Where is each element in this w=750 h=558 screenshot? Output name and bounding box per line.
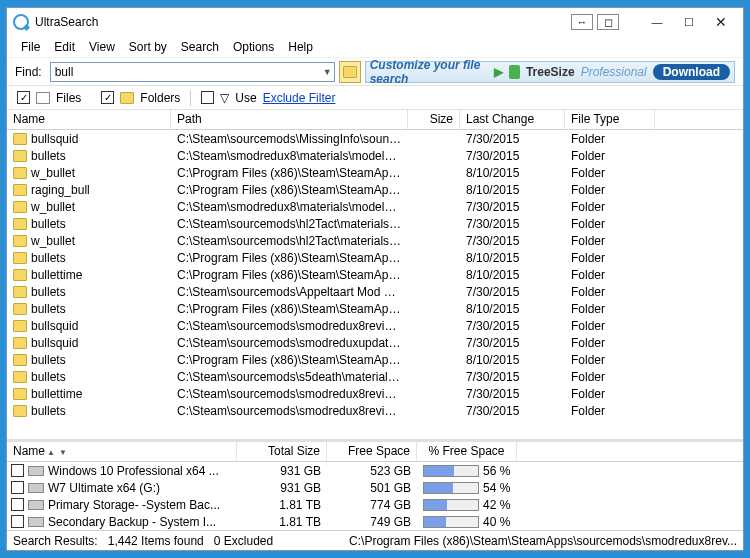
cell-last: 7/30/2015 (460, 217, 565, 231)
drive-checkbox[interactable] (11, 481, 24, 494)
cell-name: bullsquid (31, 336, 78, 350)
table-body[interactable]: bullsquidC:\Steam\sourcemods\MissingInfo… (7, 130, 743, 439)
cell-path: C:\Steam\sourcemods\MissingInfo\sound\np… (171, 132, 408, 146)
cell-name: bullets (31, 302, 66, 316)
table-row[interactable]: w_bulletC:\Steam\smodredux8\materials\mo… (7, 198, 743, 215)
table-row[interactable]: bulletsC:\Program Files (x86)\Steam\Stea… (7, 249, 743, 266)
drive-checkbox[interactable] (11, 464, 24, 477)
table-row[interactable]: bulletsC:\Steam\sourcemods\Appeltaart Mo… (7, 283, 743, 300)
find-dropdown-icon[interactable]: ▼ (323, 67, 332, 77)
drive-free: 774 GB (327, 498, 417, 512)
download-button[interactable]: Download (653, 64, 730, 80)
titlebar-btn-1[interactable]: ↔ (571, 14, 593, 30)
table-row[interactable]: bullettimeC:\Steam\sourcemods\smodredux8… (7, 385, 743, 402)
table-row[interactable]: bullettimeC:\Program Files (x86)\Steam\S… (7, 266, 743, 283)
cell-name: bullets (31, 217, 66, 231)
exclude-filter-link[interactable]: Exclude Filter (263, 91, 336, 105)
table-row[interactable]: bulletsC:\Program Files (x86)\Steam\Stea… (7, 300, 743, 317)
cell-name: bullettime (31, 387, 82, 401)
menu-search[interactable]: Search (181, 40, 219, 54)
status-path: C:\Program Files (x86)\Steam\SteamApps\s… (349, 534, 737, 548)
col-last[interactable]: Last Change (460, 110, 565, 129)
cell-last: 8/10/2015 (460, 268, 565, 282)
folder-icon (13, 218, 27, 230)
find-input[interactable] (55, 65, 330, 79)
drive-bar (423, 499, 479, 511)
cell-path: C:\Steam\sourcemods\smodredux8revised\so… (171, 387, 408, 401)
table-row[interactable]: w_bulletC:\Steam\sourcemods\hl2Tact\mate… (7, 232, 743, 249)
find-combo[interactable]: ▼ (50, 62, 335, 82)
table-row[interactable]: bulletsC:\Steam\sourcemods\hl2Tact\mater… (7, 215, 743, 232)
drive-row[interactable]: Secondary Backup - System I...1.81 TB749… (7, 513, 743, 530)
filter-row: ✓ Files ✓ Folders ▽ Use Exclude Filter (7, 86, 743, 110)
drive-row[interactable]: Windows 10 Professional x64 ...931 GB523… (7, 462, 743, 479)
folder-icon (13, 252, 27, 264)
menu-sortby[interactable]: Sort by (129, 40, 167, 54)
cell-name: bullets (31, 353, 66, 367)
col-name[interactable]: Name (7, 110, 171, 129)
folder-icon (13, 388, 27, 400)
folders-checkbox[interactable]: ✓ (101, 91, 114, 104)
cell-type: Folder (565, 166, 655, 180)
table-row[interactable]: bulletsC:\Program Files (x86)\Steam\Stea… (7, 351, 743, 368)
table-row[interactable]: bullsquidC:\Steam\sourcemods\smodreduxup… (7, 334, 743, 351)
sort-desc-icon[interactable]: ▼ (59, 448, 67, 457)
table-row[interactable]: w_bulletC:\Program Files (x86)\Steam\Ste… (7, 164, 743, 181)
drive-checkbox[interactable] (11, 498, 24, 511)
col-path[interactable]: Path (171, 110, 408, 129)
dcol-total[interactable]: Total Size (237, 442, 327, 461)
folder-icon (13, 371, 27, 383)
folder-icon (13, 201, 27, 213)
cell-name: w_bullet (31, 200, 75, 214)
folder-icon (13, 303, 27, 315)
drive-free: 523 GB (327, 464, 417, 478)
menu-options[interactable]: Options (233, 40, 274, 54)
drive-name: Primary Storage- -System Bac... (48, 498, 220, 512)
col-size[interactable]: Size (408, 110, 460, 129)
browse-folder-button[interactable] (339, 61, 361, 83)
sort-asc-icon[interactable]: ▲ (47, 448, 55, 457)
promo-customize[interactable]: Customize your file search (370, 58, 488, 86)
dcol-free[interactable]: Free Space (327, 442, 417, 461)
app-window: UltraSearch ↔ ◻ — ☐ ✕ File Edit View Sor… (6, 7, 744, 551)
minimize-button[interactable]: — (641, 12, 673, 32)
cell-path: C:\Steam\sourcemods\smodredux8revised\so… (171, 319, 408, 333)
find-row: Find: ▼ Customize your file search ▶ Tre… (7, 58, 743, 86)
cell-type: Folder (565, 251, 655, 265)
col-type[interactable]: File Type (565, 110, 655, 129)
dcol-pct[interactable]: % Free Space (417, 442, 517, 461)
drive-row[interactable]: W7 Ultimate x64 (G:)931 GB501 GB54 % (7, 479, 743, 496)
menu-view[interactable]: View (89, 40, 115, 54)
table-row[interactable]: bulletsC:\Steam\sourcemods\smodredux8rev… (7, 402, 743, 419)
cell-name: bullsquid (31, 132, 78, 146)
menu-help[interactable]: Help (288, 40, 313, 54)
status-results: Search Results: (13, 534, 98, 548)
table-row[interactable]: bullsquidC:\Steam\sourcemods\MissingInfo… (7, 130, 743, 147)
use-checkbox[interactable] (201, 91, 214, 104)
drive-bar (423, 465, 479, 477)
dcol-name[interactable]: Name (13, 444, 45, 458)
maximize-button[interactable]: ☐ (673, 12, 705, 32)
cell-name: bullets (31, 251, 66, 265)
table-row[interactable]: bulletsC:\Steam\sourcemods\s5death\mater… (7, 368, 743, 385)
drive-icon (28, 500, 44, 510)
files-checkbox[interactable]: ✓ (17, 91, 30, 104)
drive-bar (423, 516, 479, 528)
cell-type: Folder (565, 302, 655, 316)
drive-name: W7 Ultimate x64 (G:) (48, 481, 160, 495)
folder-icon (13, 167, 27, 179)
table-row[interactable]: raging_bullC:\Program Files (x86)\Steam\… (7, 181, 743, 198)
cell-type: Folder (565, 132, 655, 146)
drive-checkbox[interactable] (11, 515, 24, 528)
titlebar-btn-2[interactable]: ◻ (597, 14, 619, 30)
drive-row[interactable]: Primary Storage- -System Bac...1.81 TB77… (7, 496, 743, 513)
drive-pct: 54 % (483, 481, 510, 495)
menu-edit[interactable]: Edit (54, 40, 75, 54)
drive-free: 749 GB (327, 515, 417, 529)
cell-last: 8/10/2015 (460, 251, 565, 265)
menu-file[interactable]: File (21, 40, 40, 54)
close-button[interactable]: ✕ (705, 12, 737, 32)
table-row[interactable]: bulletsC:\Steam\smodredux8\materials\mod… (7, 147, 743, 164)
titlebar[interactable]: UltraSearch ↔ ◻ — ☐ ✕ (7, 8, 743, 36)
table-row[interactable]: bullsquidC:\Steam\sourcemods\smodredux8r… (7, 317, 743, 334)
